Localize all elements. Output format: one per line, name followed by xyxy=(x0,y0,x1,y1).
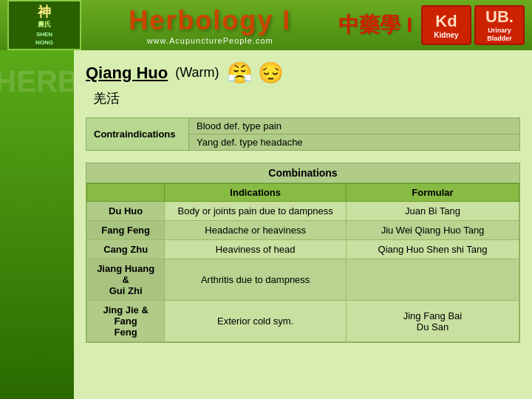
bladder-badge: UB. Urinary Bladder xyxy=(474,5,525,45)
herb-chinese-name: 羌活 xyxy=(93,89,520,107)
indication-cell: Heaviness of head xyxy=(165,240,347,259)
table-row: Jiang Huang & Gui Zhi Arthritis due to d… xyxy=(87,259,519,301)
contraindications-section: Contraindications Blood def. type pain Y… xyxy=(86,117,520,151)
formula-cell xyxy=(346,259,519,301)
header-cn-title: 中藥學 I xyxy=(338,11,412,39)
formula-cell: Qiang Huo Shen shi Tang xyxy=(346,240,519,259)
combinations-title: Combinations xyxy=(86,163,519,183)
app-title: Herbology I xyxy=(81,5,338,36)
sidebar: HERB xyxy=(0,50,74,399)
formula-cell: Jiu Wei Qiang Huo Tang xyxy=(346,221,519,240)
table-row: Jing Jie & Fang Feng Exterior cold sym. … xyxy=(87,301,519,342)
col-herb xyxy=(87,184,165,202)
herb-cell: Jiang Huang & Gui Zhi xyxy=(87,259,165,301)
combinations-section: Combinations Indications Formular Du Huo… xyxy=(86,163,520,343)
formula-cell: Juan Bi Tang xyxy=(346,202,519,221)
herb-icons: 😤 😔 xyxy=(227,61,284,85)
herb-title-row: Qiang Huo (Warm) 😤 😔 xyxy=(86,61,520,85)
combinations-table: Indications Formular Du Huo Body or join… xyxy=(86,183,519,342)
logo-left: 神 農氏 SHENNONG xyxy=(7,0,81,50)
indication-cell: Headache or heaviness xyxy=(165,221,347,240)
contraindications-label: Contraindications xyxy=(86,117,189,151)
header: 神 農氏 SHENNONG Herbology I www.Acupunctur… xyxy=(0,0,532,50)
herb-cell: Jing Jie & Fang Feng xyxy=(87,301,165,342)
herb-cell: Fang Feng xyxy=(87,221,165,240)
contra-item-2: Yang def. type headache xyxy=(189,134,519,150)
website-url: www.AcupuncturePeople.com xyxy=(81,36,338,45)
page-body: HERB Qiang Huo (Warm) 😤 😔 羌活 Contraindic… xyxy=(0,50,532,399)
main-content: Qiang Huo (Warm) 😤 😔 羌活 Contraindication… xyxy=(74,50,532,399)
contraindications-items: Blood def. type pain Yang def. type head… xyxy=(189,117,520,151)
indication-cell: Exterior cold sym. xyxy=(165,301,347,342)
formula-cell: Jing Fang Bai Du San xyxy=(346,301,519,342)
header-center: Herbology I www.AcupuncturePeople.com xyxy=(81,5,338,45)
indication-cell: Arthritis due to dampness xyxy=(165,259,347,301)
kidney-badge: Kd Kidney xyxy=(421,5,471,45)
col-indications: Indications xyxy=(165,184,347,202)
herb-property: (Warm) xyxy=(175,65,219,81)
contra-item-1: Blood def. type pain xyxy=(189,118,519,134)
col-formula: Formular xyxy=(346,184,519,202)
table-row: Cang Zhu Heaviness of head Qiang Huo She… xyxy=(87,240,519,259)
table-row: Fang Feng Headache or heaviness Jiu Wei … xyxy=(87,221,519,240)
herb-cell: Cang Zhu xyxy=(87,240,165,259)
herb-cell: Du Huo xyxy=(87,202,165,221)
herb-name: Qiang Huo xyxy=(86,64,168,83)
indication-cell: Body or joints pain due to dampness xyxy=(165,202,347,221)
organ-badges: Kd Kidney UB. Urinary Bladder xyxy=(421,5,525,45)
table-row: Du Huo Body or joints pain due to dampne… xyxy=(87,202,519,221)
